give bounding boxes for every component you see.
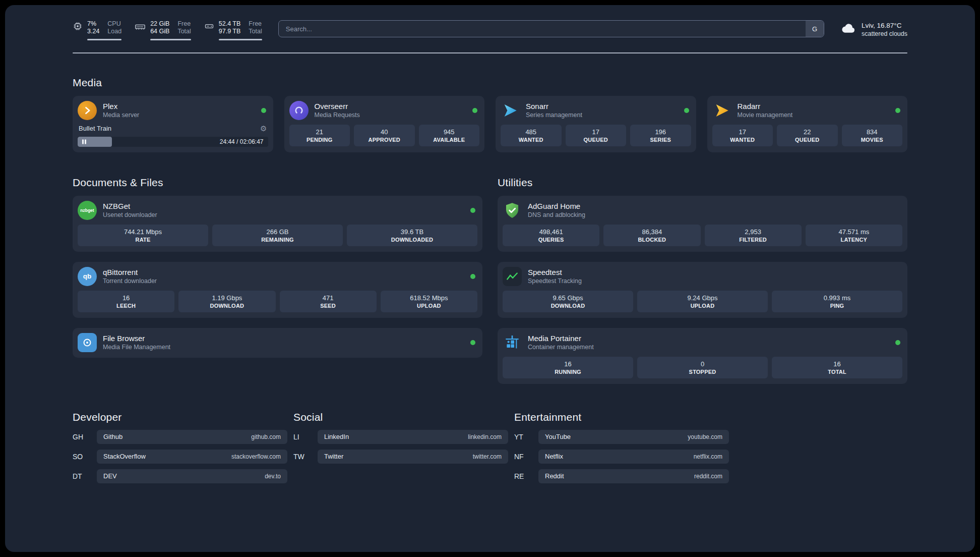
stat-tile: 196SERIES (630, 125, 691, 146)
app-name: Overseerr (315, 102, 360, 112)
nzbget-icon: nzbget (78, 201, 97, 220)
stat-tile: 40APPROVED (354, 125, 415, 146)
app-card-radarr[interactable]: Radarr Movie management 17WANTED 22QUEUE… (707, 96, 908, 152)
bookmark-abbr: LI (293, 433, 318, 441)
status-dot (470, 274, 475, 279)
bookmark-abbr: GH (73, 433, 97, 441)
bookmark-row: GH Github github.com (73, 430, 287, 444)
app-desc: Media File Management (103, 344, 170, 351)
gear-icon[interactable]: ⚙ (260, 124, 267, 133)
filebrowser-icon (78, 333, 97, 352)
app-card-filebrowser[interactable]: File Browser Media File Management (73, 328, 482, 358)
app-desc: Series management (526, 112, 582, 119)
top-bar: 7%3.24 CPULoad 22 GiB64 GiB FreeTotal (73, 5, 907, 40)
sonarr-icon (501, 101, 520, 120)
search-input[interactable] (279, 21, 806, 37)
ram-free: 22 GiB (150, 20, 169, 28)
section-title-social: Social (293, 411, 508, 423)
bookmark-reddit[interactable]: Reddit reddit.com (538, 469, 729, 483)
ram-label-2: Total (177, 28, 191, 35)
playback-progress-bar[interactable]: 24:44 / 02:06:47 (78, 137, 268, 147)
disk-stat: 52.4 TB97.9 TB FreeTotal (204, 20, 262, 40)
bookmarks-social: Social LI LinkedIn linkedin.com TW Twitt… (293, 411, 508, 483)
media-grid: Plex Media server Bullet Train ⚙ 24:44 /… (73, 96, 907, 152)
stat-tile: 0.993 msPING (772, 291, 902, 312)
app-card-overseerr[interactable]: Overseerr Media Requests 21PENDING 40APP… (284, 96, 485, 152)
app-name: Speedtest (528, 268, 582, 277)
bookmark-row: SO StackOverflow stackoverflow.com (73, 450, 287, 464)
dashboard: 7%3.24 CPULoad 22 GiB64 GiB FreeTotal (5, 5, 975, 552)
app-name: NZBGet (103, 202, 157, 211)
bookmark-netflix[interactable]: Netflix netflix.com (538, 450, 729, 464)
adguard-icon (503, 201, 522, 220)
section-title-media: Media (73, 77, 907, 89)
status-dot (470, 208, 475, 213)
stat-tile: 945AVAILABLE (419, 125, 480, 146)
playback-time: 24:44 / 02:06:47 (220, 138, 264, 145)
bookmark-github[interactable]: Github github.com (97, 430, 287, 444)
stat-tile: 17WANTED (712, 125, 773, 146)
bookmark-abbr: RE (514, 472, 538, 480)
app-card-nzbget[interactable]: nzbget NZBGet Usenet downloader 744.21 M… (73, 196, 482, 252)
app-name: qBittorrent (103, 268, 157, 277)
stat-tile: 16LEECH (78, 291, 174, 312)
bookmark-abbr: YT (514, 433, 538, 441)
cpu-stat: 7%3.24 CPULoad (73, 20, 121, 40)
bookmark-row: DT DEV dev.to (73, 469, 287, 483)
disk-label-1: Free (249, 20, 262, 28)
bookmark-row: RE Reddit reddit.com (514, 469, 729, 483)
app-name: Sonarr (526, 102, 582, 112)
bookmarks-entertainment: Entertainment YT YouTube youtube.com NF … (514, 411, 729, 483)
cpu-label-1: CPU (107, 20, 121, 28)
ram-meter (150, 39, 191, 40)
stat-tile: 9.24 GbpsUPLOAD (637, 291, 768, 312)
search-bar: G (278, 20, 824, 37)
bookmark-dev[interactable]: DEV dev.to (97, 469, 287, 483)
bookmark-linkedin[interactable]: LinkedIn linkedin.com (318, 430, 508, 444)
bookmarks-developer: Developer GH Github github.com SO StackO… (73, 411, 287, 483)
bookmark-abbr: DT (73, 472, 97, 480)
app-name: Plex (103, 102, 139, 112)
disk-free: 52.4 TB (219, 20, 241, 28)
status-dot (261, 108, 266, 113)
app-card-adguard[interactable]: AdGuard Home DNS and adblocking 498,461Q… (498, 196, 907, 252)
bookmark-row: TW Twitter twitter.com (293, 450, 508, 464)
status-dot (472, 108, 477, 113)
app-name: Radarr (738, 102, 793, 112)
ram-stat: 22 GiB64 GiB FreeTotal (135, 20, 191, 40)
stat-tile: 2,953FILTERED (705, 225, 802, 246)
stat-tile: 9.65 GbpsDOWNLOAD (503, 291, 633, 312)
two-column-area: Documents & Files nzbget NZBGet Usenet d… (73, 153, 907, 384)
disk-label-2: Total (249, 28, 262, 35)
header-divider (73, 52, 907, 53)
stat-tile: 47.571 msLATENCY (806, 225, 902, 246)
bookmark-abbr: SO (73, 453, 97, 461)
app-card-plex[interactable]: Plex Media server Bullet Train ⚙ 24:44 /… (73, 96, 273, 152)
app-card-portainer[interactable]: Media Portainer Container management 16R… (498, 328, 907, 384)
section-title-entertainment: Entertainment (514, 411, 729, 423)
utilities-column: Utilities AdGuard Home DNS and adblockin… (498, 153, 907, 384)
bookmark-twitter[interactable]: Twitter twitter.com (318, 450, 508, 464)
speedtest-icon (503, 267, 522, 286)
app-card-speedtest[interactable]: Speedtest Speedtest Tracking 9.65 GbpsDO… (498, 262, 907, 318)
ram-label-1: Free (177, 20, 191, 28)
cpu-percent: 7% (87, 20, 99, 28)
bookmark-youtube[interactable]: YouTube youtube.com (538, 430, 729, 444)
stat-tile: 485WANTED (501, 125, 562, 146)
cpu-icon (73, 21, 83, 33)
stat-tile: 266 GBREMAINING (212, 225, 343, 246)
pause-icon[interactable] (82, 139, 86, 144)
stat-tile: 16RUNNING (503, 357, 633, 378)
cpu-meter (87, 39, 121, 40)
search-engine-button[interactable]: G (806, 21, 824, 37)
app-desc: Speedtest Tracking (528, 277, 582, 285)
app-card-qbittorrent[interactable]: qb qBittorrent Torrent downloader 16LEEC… (73, 262, 482, 318)
app-name: Media Portainer (528, 334, 594, 344)
stat-tile: 0STOPPED (637, 357, 768, 378)
qbittorrent-icon: qb (78, 267, 97, 286)
app-name: File Browser (103, 334, 170, 344)
stat-tile: 16TOTAL (772, 357, 902, 378)
bookmark-stackoverflow[interactable]: StackOverflow stackoverflow.com (97, 450, 287, 464)
cpu-label-2: Load (107, 28, 121, 35)
app-card-sonarr[interactable]: Sonarr Series management 485WANTED 17QUE… (496, 96, 696, 152)
